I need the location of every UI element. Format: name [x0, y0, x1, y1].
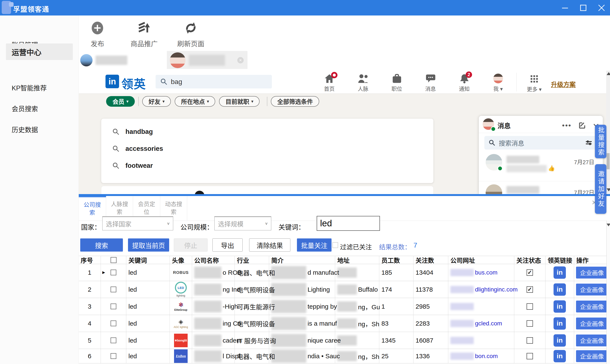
company-profile-button[interactable]: 企业画像: [576, 284, 608, 296]
nav-item-5[interactable]: 通知2: [447, 73, 481, 92]
refresh-icon: [184, 21, 197, 35]
filter-sliders-icon[interactable]: [585, 139, 593, 146]
ellipsis-icon[interactable]: •••: [562, 121, 571, 130]
company-name-blur: [194, 300, 221, 312]
toolbar-action-3[interactable]: 刷新页面: [177, 21, 204, 48]
close-account-tab-icon[interactable]: ×: [237, 57, 244, 64]
account-avatar-2: [170, 52, 186, 68]
batch-search-button[interactable]: 批量搜索: [595, 125, 606, 158]
linkedin-link-icon[interactable]: in: [554, 317, 566, 330]
messages-search-placeholder: 搜索消息: [499, 138, 582, 147]
conversation-message-blur: [506, 165, 547, 172]
panel-scroll-down-icon[interactable]: [607, 224, 610, 226]
row-checkbox[interactable]: [111, 270, 116, 275]
country-select[interactable]: 选择国家 ˅: [102, 216, 173, 230]
nav-item-more[interactable]: 更多 ▾: [520, 73, 548, 93]
linkedin-link-icon[interactable]: in: [554, 350, 566, 362]
search-icon: [160, 78, 167, 85]
scrollbar-track[interactable]: [606, 71, 610, 194]
filter-pill-1[interactable]: 好友▾: [142, 96, 171, 107]
linkedin-link-icon[interactable]: in: [554, 283, 566, 296]
all-filters-pill[interactable]: 全部筛选条件: [271, 96, 319, 107]
extract-current-page-button[interactable]: 提取当前页: [128, 238, 169, 252]
sidebar-item-3[interactable]: KP智能推荐: [0, 79, 79, 96]
member-filter-pill[interactable]: 会员▾: [106, 96, 135, 107]
search-button[interactable]: 搜索: [80, 238, 123, 252]
search-suggestion-2[interactable]: accessories: [101, 140, 433, 157]
linkedin-link-icon[interactable]: in: [554, 300, 566, 313]
messages-search-input[interactable]: 搜索消息: [484, 136, 597, 150]
row-checkbox[interactable]: [111, 286, 116, 292]
conversation-item-2[interactable]: 7月27日: [479, 181, 603, 195]
select-all-checkbox[interactable]: [111, 257, 117, 263]
nav-item-3[interactable]: 职位: [380, 73, 414, 92]
follow-status-checkbox[interactable]: [527, 303, 533, 310]
website-link[interactable]: gcled.com: [475, 320, 502, 327]
linkedin-search-input[interactable]: bag: [156, 75, 272, 89]
address-blur: [337, 301, 357, 312]
toolbar-action-2[interactable]: 商品推广: [131, 21, 158, 48]
website-link[interactable]: bus.com: [475, 269, 498, 276]
scroll-down-icon[interactable]: [607, 188, 610, 191]
invite-friends-button[interactable]: 邀请加好友: [595, 164, 606, 214]
website-link[interactable]: dlightinginc.com: [475, 286, 518, 293]
search-suggestion-1[interactable]: handbag: [101, 123, 433, 140]
follow-status-checkbox[interactable]: ✓: [527, 286, 533, 293]
nav-item-1[interactable]: 首页: [312, 73, 346, 92]
row-checkbox[interactable]: [111, 338, 116, 343]
notification-count-badge: 2: [466, 71, 472, 78]
row-checkbox[interactable]: [111, 353, 116, 359]
company-profile-button[interactable]: 企业画像: [576, 267, 608, 278]
follow-status-checkbox[interactable]: [527, 353, 533, 359]
minimize-button[interactable]: [561, 4, 569, 12]
upgrade-plan-link[interactable]: 升级方案: [551, 79, 576, 89]
account-tab-2[interactable]: ×: [167, 51, 248, 70]
batch-follow-button[interactable]: 批量关注: [297, 238, 332, 252]
follow-status-checkbox[interactable]: ✓: [527, 269, 533, 276]
row-checkbox[interactable]: [111, 304, 116, 309]
company-profile-button[interactable]: 企业画像: [576, 318, 608, 329]
sidebar-item-2[interactable]: 运营中心: [6, 43, 73, 60]
table-row-1: 1ledROBUSo ROB电器、电气和d manufact18513404bu…: [79, 264, 610, 281]
company-profile-button[interactable]: 企业画像: [576, 335, 608, 346]
panel-tab-1[interactable]: 公司搜索: [79, 196, 106, 221]
sidebar-item-4[interactable]: 会员搜索: [0, 100, 79, 117]
linkedin-link-icon[interactable]: in: [554, 266, 566, 279]
intro-tail: is a manuf: [307, 320, 337, 327]
clear-results-button[interactable]: 清除结果: [249, 238, 290, 252]
table-header-cell: 公司名称: [192, 256, 235, 264]
maximize-button[interactable]: [579, 4, 587, 12]
panel-splitter[interactable]: [79, 194, 610, 196]
company-size-select[interactable]: 选择规模 ˅: [214, 216, 271, 230]
follow-status-checkbox[interactable]: [527, 337, 533, 344]
toolbar-action-1[interactable]: 发布: [91, 21, 104, 48]
company-profile-button[interactable]: 企业画像: [576, 350, 608, 362]
panel-scrollbar[interactable]: [606, 221, 610, 364]
filter-followed-checkbox[interactable]: [332, 242, 338, 248]
conversation-date: 7月27日: [574, 188, 594, 195]
keyword-input[interactable]: led: [317, 216, 380, 231]
row-checkbox[interactable]: [111, 321, 116, 326]
grid-icon: [529, 73, 539, 84]
linkedin-link-icon[interactable]: in: [554, 334, 566, 347]
nav-item-6[interactable]: 我 ▾: [481, 73, 515, 92]
scroll-up-icon[interactable]: [607, 72, 610, 75]
company-profile-button[interactable]: 企业画像: [576, 300, 608, 312]
linkedin-logo-icon[interactable]: in: [106, 75, 119, 88]
search-suggestion-3[interactable]: footwear: [101, 157, 433, 174]
account-tab-1[interactable]: [80, 51, 150, 70]
scrollbar-thumb[interactable]: [607, 153, 610, 169]
follow-status-checkbox[interactable]: [527, 320, 533, 327]
compose-icon[interactable]: [578, 121, 585, 130]
linkedin-header: in 领英 bag 首页人脉职位消息通知2我 ▾ 更多 ▾ 升级方案: [79, 69, 606, 94]
nav-item-4[interactable]: 消息: [414, 73, 447, 92]
filter-pill-3[interactable]: 目前就职▾: [219, 96, 260, 107]
export-button[interactable]: 导出: [212, 238, 243, 252]
close-button[interactable]: [597, 4, 606, 12]
filter-pill-2[interactable]: 所在地点▾: [175, 96, 215, 107]
conversation-item-1[interactable]: 👍7月27日: [479, 151, 603, 181]
sidebar-item-5[interactable]: 历史数据: [0, 121, 79, 137]
table-header-cell: 关键词: [126, 256, 170, 264]
nav-item-2[interactable]: 人脉: [346, 73, 380, 92]
website-link[interactable]: bon.com: [475, 353, 498, 360]
